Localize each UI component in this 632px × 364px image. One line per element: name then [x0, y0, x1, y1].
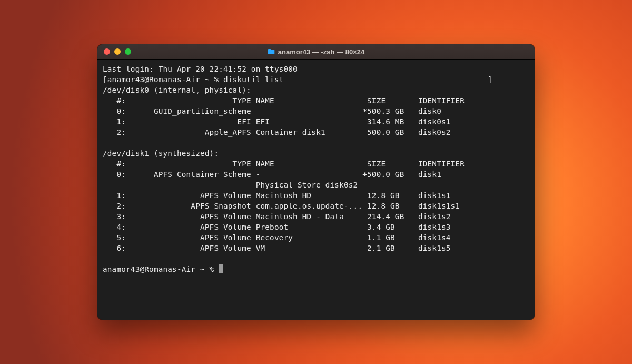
disk0-row: 1: EFI EFI 314.6 MB disk0s1	[103, 117, 451, 126]
disk1-row: 5: APFS Volume Recovery 1.1 GB disk1s4	[103, 233, 451, 242]
zoom-button[interactable]	[125, 48, 131, 55]
prompt-bracket-close: ]	[488, 75, 492, 84]
disk0-row: 0: GUID_partition_scheme *500.3 GB disk0	[103, 107, 441, 115]
disk1-row: 2: APFS Snapshot com.apple.os.update-...…	[103, 202, 460, 210]
prompt-bracket-open: [	[103, 75, 107, 84]
terminal-body[interactable]: Last login: Thu Apr 20 22:41:52 on ttys0…	[97, 60, 535, 320]
shell-prompt: anamor43@Romanas-Air ~ %	[107, 75, 219, 84]
disk1-row: 3: APFS Volume Macintosh HD - Data 214.4…	[103, 212, 451, 221]
window-title: anamor43 — -zsh — 80×24	[97, 48, 535, 56]
disk1-row: 6: APFS Volume VM 2.1 GB disk1s5	[103, 244, 451, 252]
window-titlebar[interactable]: anamor43 — -zsh — 80×24	[97, 44, 535, 60]
close-button[interactable]	[104, 48, 110, 55]
disk0-header: /dev/disk0 (internal, physical):	[103, 86, 251, 94]
minimize-button[interactable]	[114, 48, 121, 55]
disk1-row: 1: APFS Volume Macintosh HD 12.8 GB disk…	[103, 191, 451, 200]
folder-icon	[268, 48, 275, 55]
disk0-row: 2: Apple_APFS Container disk1 500.0 GB d…	[103, 128, 451, 136]
disk1-row: 0: APFS Container Scheme - +500.0 GB dis…	[103, 170, 441, 179]
last-login-line: Last login: Thu Apr 20 22:41:52 on ttys0…	[103, 65, 298, 73]
disk1-columns: #: TYPE NAME SIZE IDENTIFIER	[103, 160, 465, 168]
disk1-header: /dev/disk1 (synthesized):	[103, 149, 219, 158]
disk1-row: 4: APFS Volume Preboot 3.4 GB disk1s3	[103, 223, 451, 231]
entered-command: diskutil list	[223, 75, 284, 84]
window-title-text: anamor43 — -zsh — 80×24	[278, 48, 364, 56]
terminal-window: anamor43 — -zsh — 80×24 Last login: Thu …	[97, 44, 535, 320]
disk0-columns: #: TYPE NAME SIZE IDENTIFIER	[103, 96, 465, 105]
text-cursor	[219, 264, 223, 273]
disk1-row: Physical Store disk0s2	[103, 181, 358, 189]
idle-prompt: anamor43@Romanas-Air ~ %	[103, 265, 219, 273]
traffic-lights	[97, 48, 131, 55]
